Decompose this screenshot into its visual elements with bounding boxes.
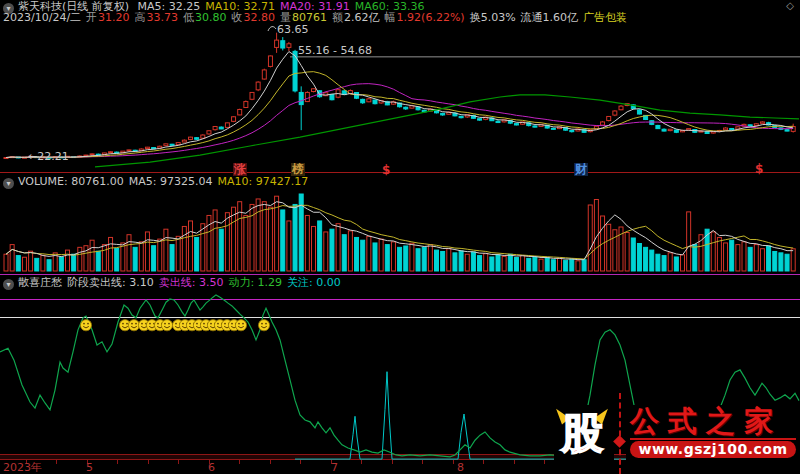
volume-bar — [478, 256, 482, 271]
candle-body — [551, 128, 555, 129]
volume-bar — [4, 254, 8, 271]
volume-bar — [189, 221, 193, 271]
candle-body — [268, 56, 272, 66]
legend-item: 阶段卖出线: 3.10 — [67, 276, 154, 289]
volume-bar — [232, 207, 236, 271]
marker-diamond-icon[interactable]: ◇ — [786, 1, 794, 11]
candle-body — [244, 102, 248, 108]
legend-item: 收 — [232, 11, 243, 24]
legend-item: 30.80 — [195, 11, 227, 24]
legend-item: 高 — [135, 11, 146, 24]
volume-bar — [748, 247, 752, 271]
candle-body — [256, 82, 260, 90]
volume-bar — [109, 237, 113, 271]
logo-gu-char: 股 — [561, 411, 603, 457]
ma10-line — [6, 72, 793, 158]
candle-body — [674, 130, 678, 132]
volume-bar — [447, 249, 451, 271]
candle-body — [176, 143, 180, 145]
volume-bar — [305, 215, 309, 271]
volume-bar — [385, 245, 389, 271]
volume-bar — [336, 224, 340, 271]
legend-item: MA5: 97325.04 — [129, 175, 213, 188]
price-annotation: 63.65 — [277, 24, 309, 35]
volume-bar — [145, 232, 149, 271]
red-diamond-icon — [613, 435, 626, 448]
volume-bar — [170, 245, 174, 271]
candle-body — [656, 125, 660, 128]
volume-bar — [201, 224, 205, 271]
quote-info: 2023/10/24/二开31.20高33.73低30.80收32.80量807… — [3, 11, 632, 24]
candle-body — [496, 121, 500, 122]
candle-body — [219, 127, 223, 129]
volume-bar — [674, 257, 678, 271]
candle-body — [189, 137, 193, 139]
legend-item: 1.92(6.22%) — [397, 11, 465, 24]
indicator-legend: 散喜庄愁阶段卖出线: 3.10卖出线: 3.50动力: 1.29关注: 0.00 — [18, 276, 346, 289]
volume-bar — [355, 237, 359, 271]
volume-bar — [324, 232, 328, 271]
volume-bar — [342, 235, 346, 271]
collapse-indicator-icon[interactable]: ▾ — [3, 279, 14, 290]
volume-bar — [404, 246, 408, 271]
candle-body — [533, 126, 537, 127]
legend-item: VOLUME: 80761.00 — [18, 175, 124, 188]
volume-bar — [16, 256, 20, 271]
logo-text-block: 公式之家 www.gszj100.com — [626, 405, 800, 474]
legend-item: 32.80 — [244, 11, 276, 24]
ma20-line — [6, 84, 793, 158]
axis-label: 2023年 — [3, 462, 42, 473]
candle-body — [613, 111, 617, 115]
legend-item: 33.73 — [147, 11, 179, 24]
volume-bar — [133, 247, 137, 271]
candle-body — [441, 113, 445, 115]
candle-body — [330, 94, 334, 99]
volume-bar — [379, 239, 383, 271]
logo-divider — [614, 405, 626, 474]
volume-bar — [225, 213, 229, 271]
collapse-volume-icon[interactable]: ▾ — [3, 178, 14, 189]
candle-body — [459, 116, 463, 117]
volume-bar — [490, 257, 494, 271]
candle-body — [478, 119, 482, 120]
candle-body — [619, 106, 623, 110]
volume-bar — [59, 257, 63, 271]
legend-item: MA10: 97427.17 — [217, 175, 308, 188]
axis-label: 5 — [86, 462, 93, 473]
volume-bar — [484, 254, 488, 271]
volume-bar — [570, 259, 574, 271]
volume-bar — [545, 258, 549, 271]
volume-bar — [514, 258, 518, 271]
volume-bar — [521, 256, 525, 271]
legend-item: 流通1.60亿 — [521, 11, 579, 24]
volume-bar — [410, 243, 414, 271]
volume-bar — [29, 251, 33, 271]
site-name: 公式之家 — [630, 405, 800, 437]
candle-body — [705, 132, 709, 134]
candle-body — [637, 110, 641, 114]
volume-bar — [281, 210, 285, 271]
volume-bar — [791, 249, 795, 271]
volume-bar — [767, 246, 771, 271]
watermark-char: 财 — [574, 163, 588, 176]
volume-bar — [582, 260, 586, 271]
candle-body — [730, 128, 734, 129]
volume-bar — [47, 260, 51, 271]
volume-bar — [564, 260, 568, 271]
volume-bar — [588, 205, 592, 271]
candle-body — [724, 128, 728, 130]
legend-item: 散喜庄愁 — [18, 276, 62, 289]
volume-bar — [164, 229, 168, 271]
chart-area[interactable] — [0, 0, 800, 474]
candle-body — [145, 147, 149, 148]
volume-bar — [496, 255, 500, 271]
legend-item: 开 — [86, 11, 97, 24]
candle-body — [514, 124, 518, 125]
axis-label: 8 — [457, 462, 464, 473]
candle-body — [760, 122, 764, 123]
volume-legend: VOLUME: 80761.00MA5: 97325.04MA10: 97427… — [18, 175, 313, 188]
volume-bar — [631, 238, 635, 271]
candle-body — [287, 44, 291, 48]
volume-bar — [613, 230, 617, 271]
candle-body — [299, 92, 303, 104]
